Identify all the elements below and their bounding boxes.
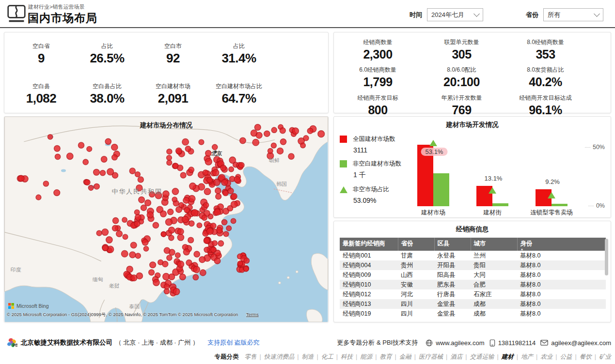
market-dot: [172, 188, 179, 195]
nav-item-10[interactable]: 交通运输: [470, 353, 494, 360]
map-terms-link[interactable]: Terms: [246, 312, 259, 317]
market-dot: [221, 219, 227, 225]
nav-item-4[interactable]: 科技: [341, 353, 353, 360]
nav-item-15[interactable]: 餐饮: [580, 353, 592, 360]
nav-separator: |: [536, 353, 537, 360]
map-label-india: 印度: [11, 267, 21, 273]
nav-item-12[interactable]: 地产: [521, 353, 533, 360]
bar-nonblank-2[interactable]: [552, 204, 568, 206]
kpi-blank_kpis-3: 占比31.4%: [206, 42, 272, 65]
nav-item-16[interactable]: 矿业: [599, 353, 611, 360]
market-dot: [164, 284, 169, 289]
china-map[interactable]: 中华人民共和国 北京 朝鲜 韩国 印度 缅甸 老挝 泰国: [4, 117, 328, 322]
column-header-1[interactable]: 省份: [398, 238, 434, 251]
blank-market-kpi-card: 空白省9占比26.5%空白市92占比31.4%空白县1,082空白县占比38.0…: [4, 32, 329, 113]
market-dot: [149, 270, 155, 275]
market-dot: [180, 172, 186, 178]
nav-item-5[interactable]: 能源: [360, 353, 372, 360]
market-dot: [84, 180, 90, 185]
nav-separator: |: [575, 353, 577, 360]
market-dot: [229, 167, 234, 172]
nav-item-1[interactable]: 快速消费品: [264, 353, 295, 360]
market-dot: [264, 131, 270, 136]
kpi-value: 2,091: [140, 92, 206, 105]
table-row[interactable]: 经销商004贵州开阳县贵阳基材8.0: [340, 260, 606, 270]
market-dot: [183, 249, 189, 255]
market-development-chart-card: 建材市场开发情况 全国建材市场数 3111 非空白建材市场数 1 千 非空市场占…: [333, 116, 611, 218]
market-dot: [214, 209, 221, 215]
market-dot: [182, 138, 189, 145]
market-dot: [138, 177, 143, 182]
table-row[interactable]: 经销商001甘肃永登县兰州基材8.0: [340, 251, 606, 260]
legend-label: 非空白建材市场数: [353, 160, 401, 168]
table-row[interactable]: 经销商013四川金堂县成都基材8.0: [340, 299, 606, 309]
secondary-axis-min: 0%: [588, 202, 605, 209]
kpi-label: 联盟单元数量: [420, 38, 504, 46]
legend-value: 53.09%: [353, 197, 409, 204]
market-dot: [18, 175, 25, 182]
nav-item-8[interactable]: 医疗器械: [419, 353, 443, 360]
table-row[interactable]: 经销商010安徽肥东县合肥基材8.0: [340, 280, 606, 289]
map-label-laos: 老挝: [109, 283, 120, 288]
table-cell: 基材8.0: [517, 299, 606, 309]
table-scrollbar-thumb[interactable]: [605, 239, 608, 275]
phone-contact[interactable]: 13811982114: [489, 339, 536, 347]
kpi-value: 305: [420, 48, 504, 61]
nav-separator: |: [497, 353, 499, 360]
market-dot: [54, 145, 60, 152]
nav-separator: |: [375, 353, 377, 360]
province-dropdown[interactable]: 所有: [543, 8, 603, 21]
time-slicer-label: 时间: [410, 11, 422, 19]
market-dot: [112, 225, 118, 231]
market-dot: [167, 149, 172, 154]
pbi-gongfang-logo-icon: PBI工坊: [7, 337, 17, 348]
nav-item-7[interactable]: 金融: [399, 353, 411, 360]
nav-item-11[interactable]: 建材: [502, 353, 514, 360]
table-cell: 安徽: [398, 280, 434, 289]
nav-item-14[interactable]: 公益: [560, 353, 572, 360]
column-header-0[interactable]: 最新签约经销商: [340, 238, 398, 251]
market-dot: [228, 188, 234, 194]
column-header-3[interactable]: 城市: [471, 238, 517, 251]
table-row[interactable]: 经销商019四川金堂县成都基材8.0: [340, 309, 606, 318]
market-dot: [200, 270, 206, 276]
company-name: 北京敏捷艾科数据技术有限公司: [21, 338, 112, 347]
table-row[interactable]: 经销商009山西阳高县大同基材8.0: [340, 270, 606, 280]
nav-item-6[interactable]: 教育: [380, 353, 392, 360]
market-dot: [271, 143, 276, 148]
category-label-1: 建材街: [466, 209, 519, 217]
dealer-kpi-card: 经销商数量2,300联盟单元数量3058.0经销商数量3536.0经销商数量1,…: [333, 32, 611, 113]
nav-item-3[interactable]: 化工: [321, 353, 333, 360]
nav-item-9[interactable]: 酒店: [450, 353, 462, 360]
market-dot: [167, 255, 172, 260]
column-header-2[interactable]: 区县: [434, 238, 471, 251]
market-dot: [193, 274, 199, 280]
market-dot: [135, 214, 142, 221]
nav-separator: |: [395, 353, 396, 360]
email-contact[interactable]: agileex@agileex.com: [540, 339, 611, 347]
market-dot: [193, 266, 200, 273]
time-dropdown[interactable]: 2024年七月: [427, 8, 483, 21]
nav-separator: |: [317, 353, 318, 360]
nav-item-13[interactable]: 农业: [540, 353, 552, 360]
bar-nonblank-0[interactable]: [433, 173, 449, 206]
kpi-blank_kpis-7: 空白建材市场占比64.7%: [206, 82, 272, 105]
market-dot: [191, 210, 198, 216]
nav-item-2[interactable]: 制造: [302, 353, 314, 360]
column-header-4[interactable]: 身份▲: [517, 238, 606, 251]
nav-separator: |: [446, 353, 447, 360]
kpi-value: 64.7%: [206, 92, 272, 105]
email-text: agileex@agileex.com: [551, 339, 611, 347]
nav-separator: |: [336, 353, 338, 360]
website-link[interactable]: www.agileex.com: [426, 339, 484, 347]
table-cell: 兰州: [471, 251, 517, 260]
table-cell: 基材8.0: [517, 280, 606, 289]
copyright-links[interactable]: 支持原创 盗版必究: [207, 338, 260, 347]
nav-item-0[interactable]: 零售: [245, 353, 257, 360]
bar-nonblank-1[interactable]: [492, 203, 508, 207]
table-row[interactable]: 经销商012河北行唐县石家庄基材8.0: [340, 289, 606, 299]
kpi-label: 空白建材市场: [140, 82, 206, 91]
market-dot: [135, 172, 141, 177]
table-cell: 金堂县: [434, 309, 471, 318]
kpi-label: 经销商数量: [336, 38, 420, 46]
